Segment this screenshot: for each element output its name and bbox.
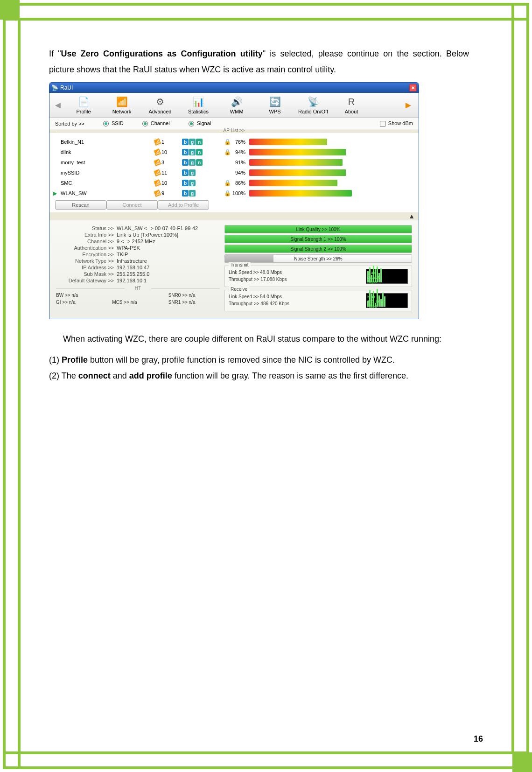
title-bar: 📡RaUI ✕ bbox=[49, 83, 419, 93]
ht-gi: GI >> n/a bbox=[56, 300, 107, 305]
close-icon[interactable]: ✕ bbox=[409, 84, 417, 91]
connect-button[interactable]: Connect bbox=[106, 200, 158, 210]
list-item-1: (1) Profile button will be gray, profile… bbox=[49, 352, 469, 368]
ht-bw: BW >> n/a bbox=[56, 293, 107, 298]
transmit-box: Transmit Link Speed >> 48.0 Mbps Through… bbox=[224, 266, 412, 287]
toolbar: ◄ 📄Profile📶Network⚙Advanced📊Statistics🔊W… bbox=[49, 93, 419, 118]
ht-mcs: MCS >> n/a bbox=[112, 300, 163, 305]
window-title: RaUI bbox=[60, 84, 73, 91]
rescan-button[interactable]: Rescan bbox=[55, 200, 106, 210]
signal-strength-1-meter: Signal Strength 1 >> 100% bbox=[224, 235, 412, 243]
toolbar-profile[interactable]: 📄Profile bbox=[64, 95, 103, 115]
collapse-icon[interactable]: ▲ bbox=[49, 212, 419, 220]
add-to-profile-button[interactable]: Add to Profile bbox=[158, 200, 209, 210]
network-row[interactable]: Belkin_N1📶1bgn🔒76% bbox=[61, 137, 409, 147]
toolbar-network[interactable]: 📶Network bbox=[103, 95, 141, 115]
receive-box: Receive Link Speed >> 54.0 Mbps Throughp… bbox=[224, 290, 412, 311]
toolbar-wmm[interactable]: 🔊WMM bbox=[217, 95, 256, 115]
paragraph-2: When activating WZC, there are couple di… bbox=[49, 331, 469, 347]
toolbar-radioonoff[interactable]: 📡Radio On/Off bbox=[294, 95, 332, 115]
toolbar-wps[interactable]: 🔄WPS bbox=[256, 95, 294, 115]
network-row[interactable]: mySSID📶11bg94% bbox=[61, 168, 409, 178]
noise-strength-meter: Noise Strength >> 26% bbox=[224, 254, 412, 263]
transmit-graph: Max 19.968 Kbps bbox=[366, 269, 408, 284]
network-row[interactable]: dlink📶10bgn🔒94% bbox=[61, 147, 409, 157]
network-list: Belkin_N1📶1bgn🔒76%dlink📶10bgn🔒94%morry_t… bbox=[49, 133, 419, 200]
toolbar-about[interactable]: RAbout bbox=[332, 95, 371, 115]
show-dbm-checkbox[interactable]: Show dBm bbox=[380, 120, 413, 126]
ap-list-label: AP List >> bbox=[49, 128, 419, 133]
link-quality-meter: Link Quality >> 100% bbox=[224, 225, 412, 233]
toolbar-advanced[interactable]: ⚙Advanced bbox=[141, 95, 179, 115]
sort-channel-radio[interactable]: Channel bbox=[142, 120, 170, 126]
back-arrow-icon[interactable]: ◄ bbox=[53, 100, 64, 111]
network-row[interactable]: ▶WLAN_SW📶9bg🔒100% bbox=[61, 188, 409, 198]
network-row[interactable]: SMC📶10bg🔒86% bbox=[61, 178, 409, 188]
status-panel: Status >>WLAN_SW <--> 00-07-40-F1-99-42E… bbox=[49, 220, 419, 319]
ht-snr1: SNR1 >> n/a bbox=[168, 300, 220, 305]
toolbar-statistics[interactable]: 📊Statistics bbox=[179, 95, 217, 115]
sort-ssid-radio[interactable]: SSID bbox=[103, 120, 124, 126]
list-item-2: (2) The connect and add profile function… bbox=[49, 368, 469, 384]
network-row[interactable]: morry_test📶3bgn91% bbox=[61, 157, 409, 168]
sort-signal-radio[interactable]: Signal bbox=[189, 120, 211, 126]
signal-strength-2-meter: Signal Strength 2 >> 100% bbox=[224, 245, 412, 253]
ht-label: HT bbox=[56, 286, 220, 291]
sorted-by-label: Sorted by >> bbox=[55, 121, 84, 126]
ht-snr0: SNR0 >> n/a bbox=[168, 293, 220, 298]
intro-paragraph: If "Use Zero Configurations as Configura… bbox=[49, 46, 469, 77]
raui-window: 📡RaUI ✕ ◄ 📄Profile📶Network⚙Advanced📊Stat… bbox=[49, 82, 419, 319]
receive-graph: Max 547.860 Kbps bbox=[366, 293, 408, 308]
page-number: 16 bbox=[474, 734, 483, 744]
forward-arrow-icon[interactable]: ► bbox=[404, 100, 415, 111]
